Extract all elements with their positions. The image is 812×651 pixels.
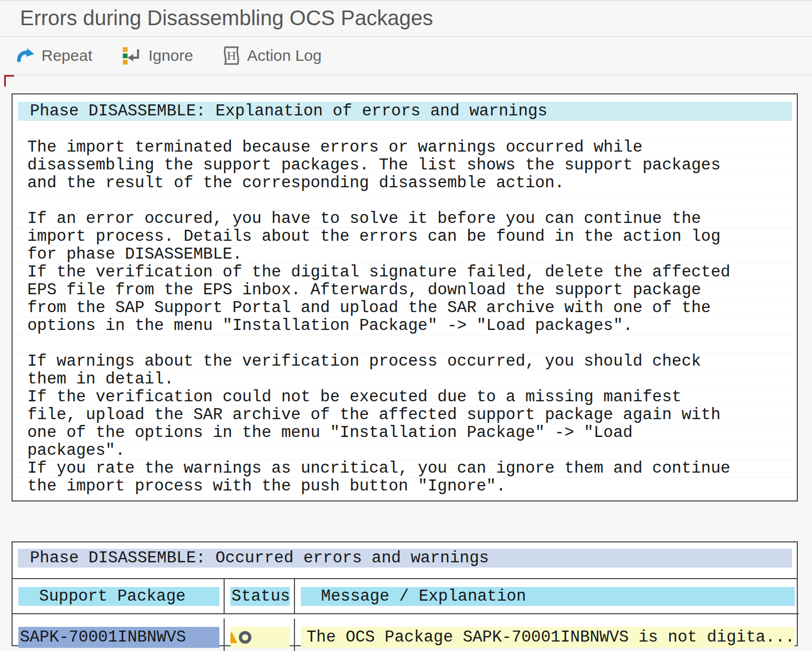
svg-text:H: H: [227, 49, 236, 62]
status-badge[interactable]: [230, 627, 290, 648]
explanation-text-block: The import terminated because errors or …: [13, 121, 792, 495]
explanation-line: packages".: [27, 442, 792, 460]
table-row-message-cell[interactable]: The OCS Package SAPK-70001INBNWVS is not…: [295, 618, 799, 651]
explanation-panel-header: Phase DISASSEMBLE: Explanation of errors…: [18, 102, 792, 121]
explanation-line: If the verification of the digital signa…: [27, 263, 792, 281]
errors-panel: Phase DISASSEMBLE: Occurred errors and w…: [12, 541, 798, 646]
page-title: Errors during Disassembling OCS Packages: [20, 1, 433, 35]
traffic-squares-return-arrow-icon: [122, 46, 142, 66]
explanation-line: The import terminated because errors or …: [27, 138, 792, 156]
explanation-line: them in detail.: [27, 370, 792, 388]
explanation-line: If warnings about the verification proce…: [27, 353, 792, 370]
support-package-value[interactable]: SAPK-70001INBNWVS: [18, 627, 219, 648]
column-header-message: Message / Explanation: [295, 579, 799, 614]
action-log-button-label: Action Log: [247, 47, 322, 65]
explanation-line: [27, 335, 792, 353]
warning-circles-triangle-icon: [230, 627, 290, 648]
column-header-status: Status: [225, 579, 295, 614]
ignore-button[interactable]: Ignore: [122, 46, 193, 66]
explanation-panel: Phase DISASSEMBLE: Explanation of errors…: [12, 93, 798, 501]
column-header-label: Support Package: [18, 587, 219, 606]
explanation-line: import process. Details about the errors…: [27, 228, 792, 246]
repeat-button-label: Repeat: [41, 47, 92, 65]
explanation-line: from the SAP Support Portal and upload t…: [27, 299, 792, 317]
column-header-label: Message / Explanation: [301, 587, 795, 606]
errors-panel-header-row: Phase DISASSEMBLE: Occurred errors and w…: [13, 549, 797, 578]
message-value[interactable]: The OCS Package SAPK-70001INBNWVS is not…: [301, 627, 795, 648]
errors-panel-header: Phase DISASSEMBLE: Occurred errors and w…: [18, 549, 792, 568]
application-toolbar: Repeat Ignore H Action Log: [0, 37, 812, 74]
explanation-line: [27, 121, 792, 138]
explanation-line: and the result of the corresponding disa…: [27, 174, 792, 192]
history-h-icon: H: [223, 46, 240, 66]
action-log-button[interactable]: H Action Log: [223, 46, 322, 66]
column-header-support-package: Support Package: [13, 579, 225, 614]
explanation-line: for phase DISASSEMBLE.: [27, 246, 792, 263]
redo-arrow-icon: [16, 47, 35, 65]
explanation-line: options in the menu "Installation Packag…: [27, 317, 792, 335]
repeat-button[interactable]: Repeat: [16, 47, 92, 65]
explanation-line: disassembling the support packages. The …: [27, 156, 792, 174]
explanation-line: If the verification could not be execute…: [27, 388, 792, 406]
explanation-line: [27, 192, 792, 210]
list-corner-marker-icon: [4, 75, 14, 87]
explanation-line: file, upload the SAR archive of the affe…: [27, 406, 792, 424]
explanation-line: the import process with the push button …: [27, 477, 792, 495]
explanation-line: If an error occured, you have to solve i…: [27, 210, 792, 228]
table-row-support-package-cell[interactable]: SAPK-70001INBNWVS: [13, 618, 225, 651]
ignore-button-label: Ignore: [149, 47, 193, 65]
errors-table: Support Package Status Message / Explana…: [13, 578, 797, 651]
explanation-line: If you rate the warnings as uncritical, …: [27, 460, 792, 477]
table-row-status-cell[interactable]: [225, 618, 295, 651]
column-header-label: Status: [230, 587, 290, 606]
list-top-rule: [5, 76, 812, 76]
explanation-line: one of the options in the menu "Installa…: [27, 424, 792, 442]
window-title-bar: Errors during Disassembling OCS Packages: [0, 1, 812, 37]
explanation-line: EPS file from the EPS inbox. Afterwards,…: [27, 281, 792, 299]
